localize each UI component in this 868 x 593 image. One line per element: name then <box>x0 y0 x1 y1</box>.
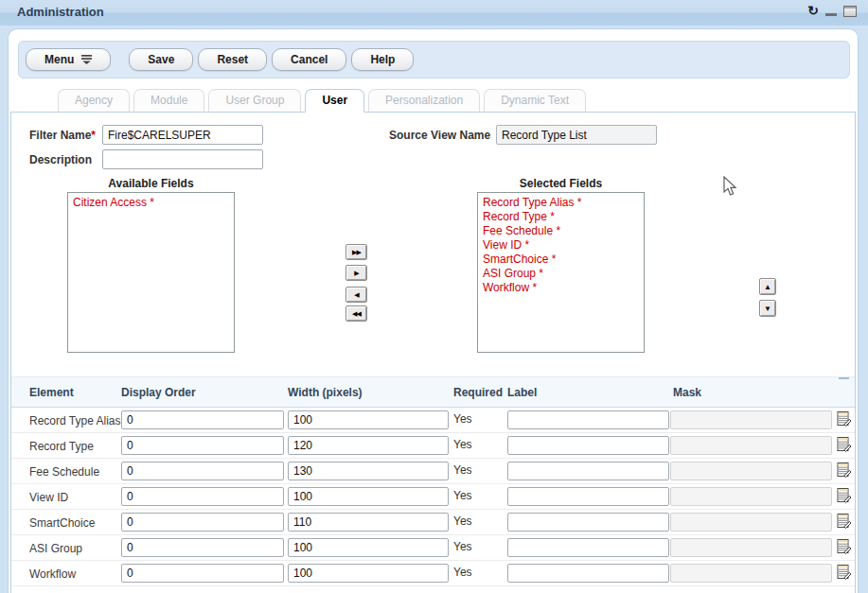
element-name: Workflow <box>29 567 76 581</box>
move-down-button[interactable]: ▼ <box>759 300 776 317</box>
width-input[interactable] <box>288 487 449 506</box>
width-input[interactable] <box>288 462 449 480</box>
required-value: Yes <box>453 489 472 502</box>
mask-edit-icon[interactable] <box>837 488 853 504</box>
tab-module[interactable]: Module <box>133 89 204 113</box>
mask-edit-icon[interactable] <box>837 462 853 479</box>
administration-window: Administration ↻ Menu Save Reset <box>0 0 868 593</box>
list-item[interactable]: ASI Group * <box>483 267 639 281</box>
required-value: Yes <box>453 463 472 477</box>
table-row: Record Type Alias Yes <box>11 408 855 433</box>
move-all-right-button[interactable]: ▶▶ <box>345 244 367 260</box>
required-asterisk: * <box>91 129 96 142</box>
help-button[interactable]: Help <box>351 48 414 71</box>
cancel-button[interactable]: Cancel <box>272 48 346 71</box>
label-input[interactable] <box>507 487 669 506</box>
mask-edit-icon[interactable] <box>837 565 853 581</box>
move-right-button[interactable]: ▶ <box>345 265 367 281</box>
width-input[interactable] <box>288 513 449 532</box>
move-all-left-button[interactable]: ◀◀ <box>345 305 367 322</box>
mask-input <box>670 462 832 480</box>
list-item[interactable]: Workflow * <box>483 281 639 295</box>
source-view-name-input[interactable] <box>496 125 657 145</box>
list-item[interactable]: View ID * <box>483 238 639 253</box>
window-frame: Menu Save Reset Cancel Help Agency Modul… <box>0 26 868 593</box>
tab-personalization[interactable]: Personalization <box>368 89 480 113</box>
list-item[interactable]: Record Type * <box>483 210 639 224</box>
width-input[interactable] <box>288 564 449 583</box>
mask-edit-icon[interactable] <box>837 437 853 453</box>
required-value: Yes <box>453 566 472 579</box>
selected-fields-label: Selected Fields <box>477 177 645 190</box>
label-input[interactable] <box>507 410 669 429</box>
label-input[interactable] <box>507 436 669 455</box>
col-header-mask: Mask <box>673 386 701 399</box>
mask-input <box>670 410 832 429</box>
source-view-name-label: Source View Name <box>389 129 490 142</box>
table-header: Element Display Order Width (pixels) Req… <box>11 376 855 408</box>
menu-dropdown-icon <box>81 55 92 64</box>
tab-dynamic-text[interactable]: Dynamic Text <box>484 89 586 113</box>
mask-input <box>670 487 832 506</box>
label-input[interactable] <box>507 462 669 480</box>
mask-edit-icon[interactable] <box>837 514 853 530</box>
mask-edit-icon[interactable] <box>837 539 853 555</box>
col-header-element: Element <box>29 386 74 399</box>
col-header-width: Width (pixels) <box>288 386 363 399</box>
toolbar: Menu Save Reset Cancel Help <box>18 41 850 78</box>
description-input[interactable] <box>102 149 263 169</box>
list-item[interactable]: Citizen Access * <box>73 196 229 210</box>
display-order-input[interactable] <box>121 538 284 557</box>
tab-bar: Agency Module User Group User Personaliz… <box>58 89 586 113</box>
filter-name-input[interactable] <box>102 125 263 145</box>
element-name: Record Type <box>29 440 94 453</box>
width-input[interactable] <box>288 436 449 455</box>
tab-agency[interactable]: Agency <box>58 89 130 113</box>
double-left-arrow-icon: ◀◀ <box>352 310 361 318</box>
display-order-input[interactable] <box>121 462 284 480</box>
move-left-button[interactable]: ◀ <box>345 287 367 303</box>
table-row: Workflow Yes <box>11 561 855 586</box>
save-button[interactable]: Save <box>129 48 193 71</box>
maximize-icon[interactable] <box>843 6 857 17</box>
available-fields-listbox[interactable]: Citizen Access * <box>67 192 235 353</box>
label-input[interactable] <box>507 538 669 557</box>
display-order-input[interactable] <box>121 436 284 455</box>
refresh-icon[interactable]: ↻ <box>807 3 819 18</box>
required-value: Yes <box>453 438 472 451</box>
table-row: Fee Schedule Yes <box>11 459 855 484</box>
display-order-input[interactable] <box>121 564 284 583</box>
header-resize-dash <box>839 377 849 379</box>
element-name: View ID <box>29 491 68 504</box>
width-input[interactable] <box>288 410 449 429</box>
selected-fields-listbox[interactable]: Record Type Alias * Record Type * Fee Sc… <box>477 192 645 353</box>
available-fields-label: Available Fields <box>67 177 235 190</box>
display-order-input[interactable] <box>121 410 284 429</box>
display-order-input[interactable] <box>121 487 284 506</box>
list-item[interactable]: Fee Schedule * <box>483 224 639 238</box>
left-arrow-icon: ◀ <box>354 291 358 299</box>
window-title: Administration <box>17 5 104 19</box>
list-item[interactable]: Record Type Alias * <box>483 196 639 210</box>
mask-input <box>670 513 832 532</box>
tab-user[interactable]: User <box>305 89 364 113</box>
width-input[interactable] <box>288 538 449 557</box>
col-header-label: Label <box>507 386 537 399</box>
tab-user-group[interactable]: User Group <box>208 89 301 113</box>
display-order-input[interactable] <box>121 513 284 532</box>
double-right-arrow-icon: ▶▶ <box>352 249 361 256</box>
menu-button[interactable]: Menu <box>26 48 111 71</box>
table-row: ASI Group Yes <box>11 535 855 561</box>
mask-edit-icon[interactable] <box>837 411 853 427</box>
list-item[interactable]: SmartChoice * <box>483 253 639 267</box>
minimize-icon[interactable] <box>825 13 837 16</box>
table-row: Record Type Yes <box>11 433 855 459</box>
col-header-required: Required <box>453 386 503 399</box>
move-up-button[interactable]: ▲ <box>759 278 776 295</box>
window-controls: ↻ <box>807 3 857 18</box>
label-input[interactable] <box>507 513 669 532</box>
col-header-display-order: Display Order <box>121 386 196 399</box>
element-table: Record Type Alias Yes <box>11 408 855 593</box>
label-input[interactable] <box>507 564 669 583</box>
reset-button[interactable]: Reset <box>198 48 267 71</box>
